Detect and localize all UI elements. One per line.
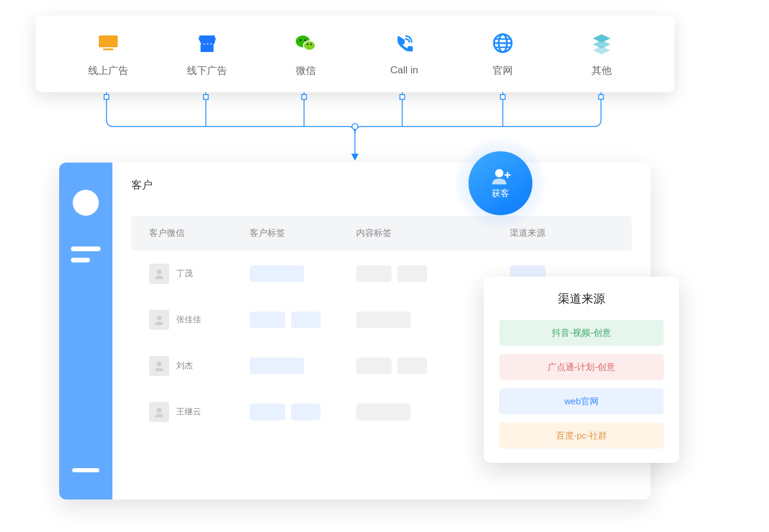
channel-source-item[interactable]: web官网	[499, 388, 664, 414]
channel-source-item[interactable]: 抖音-视频-创意	[499, 320, 664, 346]
channel-label: 微信	[296, 64, 316, 77]
add-user-icon	[490, 168, 511, 186]
sidebar-menu-placeholder	[71, 246, 101, 269]
store-icon	[195, 31, 219, 56]
svg-point-7	[304, 39, 306, 41]
wechat-icon	[293, 31, 318, 56]
svg-point-34	[157, 316, 161, 320]
svg-point-35	[157, 362, 161, 366]
svg-point-36	[157, 408, 161, 413]
col-content: 内容标签	[356, 228, 457, 239]
user-avatar-icon	[149, 310, 169, 330]
svg-rect-26	[104, 95, 109, 99]
channel-label: 其他	[592, 64, 612, 77]
channel-layers[interactable]: 其他	[552, 31, 651, 77]
tag-pill	[291, 312, 321, 328]
tag-pill	[291, 404, 321, 420]
channel-label: Call in	[390, 64, 418, 76]
tag-pill	[250, 312, 285, 328]
channel-label: 线上广告	[88, 64, 128, 77]
tag-pill	[250, 358, 304, 374]
channel-store[interactable]: 线下广告	[158, 31, 257, 77]
svg-point-6	[299, 39, 302, 41]
col-wechat: 客户微信	[149, 228, 226, 239]
customer-name: 王继云	[176, 407, 201, 417]
tag-pill	[250, 265, 304, 282]
tag-pill	[398, 265, 427, 282]
table-header: 客户微信 客户标签 内容标签 渠道来源	[131, 216, 632, 251]
sidebar	[59, 163, 112, 499]
acquire-label: 获客	[492, 188, 509, 199]
monitor-icon	[96, 31, 121, 56]
channel-source-item[interactable]: 广点通-计划-创意	[499, 354, 664, 380]
channel-phone[interactable]: Call in	[355, 31, 454, 76]
svg-rect-31	[599, 95, 603, 99]
channel-globe[interactable]: 官网	[454, 31, 552, 77]
channel-source-popup: 渠道来源 抖音-视频-创意广点通-计划-创意web官网百度-pc-社群	[484, 277, 679, 463]
svg-rect-29	[400, 95, 405, 99]
source-popup-title: 渠道来源	[499, 291, 664, 307]
channel-wechat[interactable]: 微信	[256, 31, 355, 77]
svg-rect-27	[203, 95, 208, 99]
panel-title: 客户	[131, 178, 632, 192]
channel-label: 线下广告	[187, 64, 227, 77]
svg-rect-3	[199, 35, 215, 38]
svg-rect-1	[103, 48, 114, 50]
svg-point-8	[306, 43, 308, 45]
tag-pill	[250, 404, 285, 420]
svg-rect-0	[99, 35, 118, 47]
sidebar-bottom-item	[72, 468, 99, 472]
customer-name: 刘杰	[176, 361, 193, 371]
globe-icon	[490, 31, 515, 56]
svg-rect-30	[500, 95, 505, 99]
tag-pill	[356, 265, 392, 282]
sidebar-avatar[interactable]	[73, 190, 99, 216]
svg-point-33	[157, 270, 161, 274]
phone-icon	[392, 31, 416, 56]
user-avatar-icon	[149, 264, 169, 284]
channel-label: 官网	[493, 64, 513, 77]
channel-source-item[interactable]: 百度-pc-社群	[499, 423, 664, 449]
connector-lines	[35, 92, 674, 163]
layers-icon	[589, 31, 614, 56]
svg-point-9	[310, 43, 312, 45]
user-avatar-icon	[149, 356, 169, 376]
col-tags: 客户标签	[250, 228, 332, 239]
svg-rect-2	[201, 44, 214, 52]
svg-point-37	[495, 169, 503, 177]
tag-pill	[398, 358, 427, 374]
tag-pill	[356, 358, 392, 374]
tag-pill	[356, 404, 411, 420]
svg-rect-28	[302, 95, 306, 99]
channel-monitor[interactable]: 线上广告	[59, 31, 158, 77]
svg-point-5	[303, 41, 315, 50]
svg-point-32	[352, 124, 358, 129]
acquire-badge[interactable]: 获客	[453, 136, 548, 231]
customer-name: 丁茂	[176, 268, 193, 279]
channels-card: 线上广告 线下广告 微信 Call in 官网 其他	[35, 15, 674, 92]
customer-name: 张佳佳	[176, 314, 201, 325]
user-avatar-icon	[149, 402, 169, 422]
tag-pill	[356, 312, 411, 328]
